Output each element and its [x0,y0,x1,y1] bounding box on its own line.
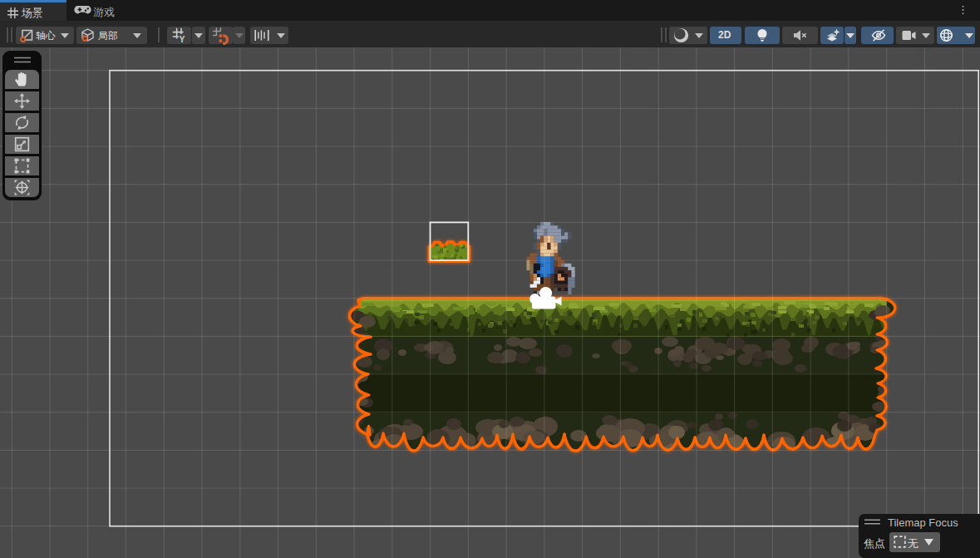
svg-text:Y: Y [180,34,185,43]
